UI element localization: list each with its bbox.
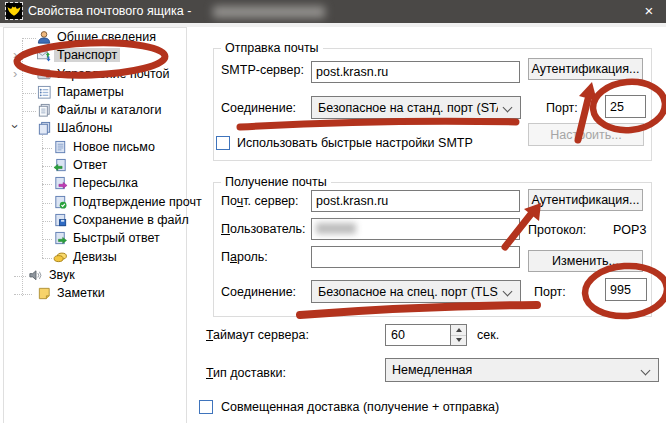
spinner-down-button[interactable] [451, 336, 466, 346]
confirm-read-icon [53, 195, 68, 210]
sidebar-item-mottos[interactable]: Девизы [4, 249, 186, 267]
chevron-down-icon[interactable]: › [8, 124, 23, 128]
user-value-blurred [316, 223, 356, 234]
sidebar-item-transport[interactable]: › Транспорт [4, 47, 186, 65]
quick-smtp-checkbox-label: Использовать быстрые настройки SMTP [237, 136, 473, 150]
sidebar-item-label: Новое письмо [73, 140, 155, 154]
sidebar-item-read-confirmation[interactable]: Подтверждение прочт [4, 194, 186, 212]
files-icon [37, 103, 52, 118]
mail-transport-icon [37, 48, 52, 63]
chevron-down-icon [641, 366, 651, 376]
sidebar-item-label: Параметры [57, 85, 124, 99]
forward-icon [53, 176, 68, 191]
protocol-value: POP3 [613, 223, 646, 237]
mailbox-properties-dialog: Свойства почтового ящика - × Общие сведе… [0, 0, 666, 423]
pop-connection-select[interactable]: Безопасное на спец. порт (TLS) [311, 280, 521, 303]
user-label: Пользователь: [221, 222, 306, 236]
password-label: Пароль: [221, 250, 268, 264]
delivery-type-label: Тип доставки: [206, 366, 286, 380]
sidebar-item-label: Пересылка [73, 176, 138, 190]
settings-icon [37, 85, 52, 100]
sidebar-item-label: Шаблоны [57, 121, 112, 135]
password-input[interactable] [311, 246, 520, 268]
pop-connection-label: Соединение: [221, 285, 296, 299]
timeout-label: Таймаут сервера: [206, 328, 309, 342]
sidebar-item-files-folders[interactable]: Файлы и каталоги [4, 102, 186, 120]
mail-server-input[interactable] [311, 190, 520, 212]
sidebar-item-sound[interactable]: Звук [4, 267, 186, 285]
timeout-unit: сек. [477, 328, 499, 342]
sidebar-item-parameters[interactable]: Параметры [4, 84, 186, 102]
receiving-group-label: Получение почты [221, 175, 331, 189]
smtp-connection-value: Безопасное на станд. порт (START [318, 101, 498, 115]
quick-smtp-checkbox[interactable] [216, 136, 230, 150]
sidebar-item-general[interactable]: Общие сведения [4, 29, 186, 47]
mail-server-label: Почт. сервер: [221, 194, 299, 208]
sidebar-item-label-selected: Транспорт [54, 48, 120, 62]
quick-reply-icon [53, 231, 68, 246]
smtp-connection-select[interactable]: Безопасное на станд. порт (START [311, 96, 521, 119]
smtp-port-input[interactable] [605, 95, 646, 118]
bat-app-icon [6, 3, 22, 19]
sidebar-item-new-letter[interactable]: Новое письмо [4, 139, 186, 157]
smtp-port-label: Порт: [546, 101, 578, 115]
sidebar-item-templates[interactable]: › Шаблоны [4, 120, 186, 138]
smtp-configure-button[interactable]: Настроить... [528, 123, 644, 146]
sidebar-item-mail-management[interactable]: › Управление почтой [4, 66, 186, 84]
sidebar-item-label: Файлы и каталоги [57, 103, 162, 117]
user-input[interactable] [311, 218, 520, 240]
sidebar-item-label: Звук [49, 268, 75, 282]
templates-icon [37, 121, 52, 136]
delivery-type-select[interactable]: Немедленная [385, 358, 659, 382]
reply-icon [53, 158, 68, 173]
sending-group-label: Отправка почты [221, 41, 323, 55]
account-name-blurred [213, 6, 325, 18]
sidebar-item-label: Подтверждение прочт [73, 195, 202, 209]
mottos-icon [53, 250, 68, 265]
smtp-connection-label: Соединение: [221, 101, 296, 115]
spinner-up-button[interactable] [451, 325, 466, 336]
receiving-group: Получение почты Почт. сервер: Аутентифик… [213, 182, 652, 317]
close-icon[interactable]: × [632, 0, 666, 23]
user-icon [37, 30, 52, 45]
pop-connection-value: Безопасное на спец. порт (TLS) [318, 285, 498, 299]
sidebar-item-label: Заметки [57, 286, 105, 300]
smtp-auth-button[interactable]: Аутентификация... [528, 58, 643, 80]
notes-icon [37, 286, 52, 301]
sidebar-item-save-to-file[interactable]: Сохранение в файл [4, 212, 186, 230]
protocol-label: Протокол: [528, 223, 586, 237]
chevron-down-icon [503, 287, 513, 297]
smtp-server-input[interactable] [311, 61, 520, 83]
sidebar-item-label: Девизы [73, 250, 117, 264]
change-protocol-button[interactable]: Изменить... [528, 250, 643, 272]
chevron-down-icon [503, 103, 513, 113]
timeout-value: 60 [391, 328, 405, 342]
delivery-type-value: Немедленная [392, 363, 472, 377]
sidebar-item-label: Ответ [73, 158, 107, 172]
chevron-right-icon[interactable]: › [13, 47, 17, 62]
mail-manage-icon [37, 67, 52, 82]
sidebar-item-notes[interactable]: Заметки [4, 285, 186, 303]
combined-delivery-label: Совмещенная доставка (получение + отправ… [221, 400, 499, 414]
sound-icon [28, 268, 43, 283]
sidebar-item-label: Быстрый ответ [73, 231, 160, 245]
window-title: Свойства почтового ящика - [28, 4, 191, 18]
chevron-right-icon[interactable]: › [13, 66, 17, 81]
new-letter-icon [53, 140, 68, 155]
settings-tree: Общие сведения › Транспорт › Управление … [3, 27, 187, 423]
sidebar-item-reply[interactable]: Ответ [4, 157, 186, 175]
sending-group: Отправка почты SMTP-сервер: Аутентификац… [213, 48, 652, 161]
pop-port-label: Порт: [534, 285, 566, 299]
smtp-server-label: SMTP-сервер: [221, 63, 304, 77]
save-file-icon [53, 213, 68, 228]
sidebar-item-forwarding[interactable]: Пересылка [4, 175, 186, 193]
sidebar-item-label: Сохранение в файл [73, 213, 189, 227]
pop-port-input[interactable] [605, 278, 647, 301]
combined-delivery-checkbox[interactable] [199, 400, 213, 414]
sidebar-item-quick-reply[interactable]: Быстрый ответ [4, 230, 186, 248]
sidebar-item-label: Управление почтой [57, 67, 169, 81]
timeout-spinner[interactable]: 60 [385, 324, 467, 346]
pop-auth-button[interactable]: Аутентификация... [528, 189, 643, 211]
titlebar: Свойства почтового ящика - × [0, 0, 666, 23]
sidebar-item-label: Общие сведения [57, 30, 156, 44]
